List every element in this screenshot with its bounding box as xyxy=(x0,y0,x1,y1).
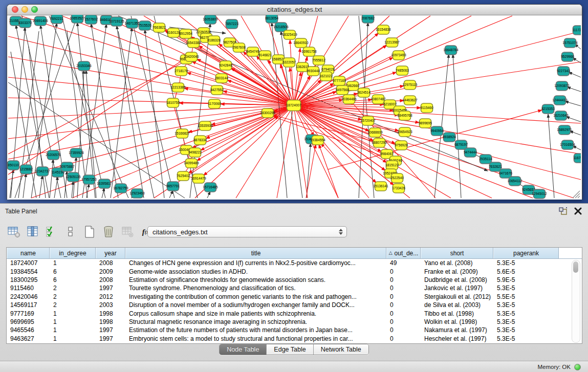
graph-node[interactable]: 15751074 xyxy=(562,38,578,48)
graph-node[interactable]: 1733426 xyxy=(392,184,405,193)
window-resize-grip[interactable] xyxy=(573,191,580,198)
graph-node[interactable]: 17957253 xyxy=(81,175,97,184)
graph-node[interactable]: 10719135 xyxy=(109,17,124,26)
graph-node[interactable]: 2967608 xyxy=(232,43,246,52)
graph-node[interactable]: 1215682 xyxy=(19,165,33,174)
graph-node[interactable]: 7485063 xyxy=(396,66,409,75)
graph-node[interactable]: 16154838 xyxy=(376,25,391,34)
graph-node[interactable]: 7515526 xyxy=(138,21,151,30)
table-select-dropdown[interactable]: citations_edges.txt xyxy=(147,226,347,237)
graph-node[interactable]: 9777169 xyxy=(333,76,346,85)
graph-node[interactable]: 1167533 xyxy=(573,154,581,163)
graph-node[interactable]: 7625402 xyxy=(177,171,190,181)
graph-node[interactable]: 9115460 xyxy=(420,103,433,113)
graph-node[interactable]: 2803144 xyxy=(215,74,228,83)
table-vertical-scrollbar[interactable] xyxy=(572,260,580,343)
graph-node[interactable]: 850110 xyxy=(8,161,19,170)
graph-node[interactable]: 17016504 xyxy=(560,140,575,149)
graph-node[interactable]: 1527602 xyxy=(84,15,98,24)
graph-node[interactable]: 19384554 xyxy=(310,136,325,145)
graph-node[interactable]: 20691406 xyxy=(33,16,48,26)
graph-node[interactable]: 2522540 xyxy=(390,173,404,183)
table-row[interactable]: 2242004622012Investigating the contribut… xyxy=(7,293,582,301)
graph-node[interactable]: 8878334 xyxy=(193,136,207,145)
graph-node[interactable]: 9146821 xyxy=(258,51,272,60)
graph-node[interactable]: 9474444 xyxy=(464,148,477,157)
graph-node[interactable]: 9899695 xyxy=(419,119,432,128)
graph-node[interactable]: 15716485 xyxy=(203,183,218,192)
close-panel-icon[interactable] xyxy=(574,207,582,215)
table-row[interactable]: 946554611997Estimation of the future num… xyxy=(7,326,582,334)
graph-node[interactable]: 14463627 xyxy=(402,96,418,105)
graph-node[interactable]: 8303370 xyxy=(18,18,32,28)
graph-node[interactable]: 8813054 xyxy=(265,15,278,23)
graph-node[interactable]: 8912954 xyxy=(179,29,192,38)
graph-node[interactable]: 1117204 xyxy=(573,26,581,35)
graph-node[interactable]: 20364486 xyxy=(341,95,357,104)
tab-network-table[interactable]: Network Table xyxy=(314,344,368,355)
table-row[interactable]: 969969511998Structural magnetic resonanc… xyxy=(7,318,582,326)
tab-node-table[interactable]: Node Table xyxy=(220,344,267,355)
graph-node[interactable]: 16961758 xyxy=(301,47,317,56)
column-header-pagerank[interactable]: pagerank xyxy=(493,248,559,258)
graph-node[interactable]: 9227343 xyxy=(557,67,570,76)
graph-node[interactable]: 17359928 xyxy=(69,148,84,158)
select-all-check-button[interactable] xyxy=(45,225,58,238)
graph-node[interactable]: 7857223 xyxy=(225,19,238,29)
column-header-name[interactable]: name xyxy=(7,248,50,258)
graph-node[interactable]: 16648784 xyxy=(443,46,459,55)
graph-node[interactable]: 15166827 xyxy=(175,129,190,138)
graph-node[interactable]: 16053809 xyxy=(203,15,218,24)
graph-node[interactable]: 3624514 xyxy=(357,88,371,97)
graph-node[interactable]: 2087682 xyxy=(361,15,375,23)
graph-node[interactable]: 16395817 xyxy=(97,179,112,188)
graph-node[interactable]: 7692231 xyxy=(50,15,63,24)
graph-node[interactable]: 8160128 xyxy=(167,28,180,37)
graph-node[interactable]: 12342737 xyxy=(35,167,50,176)
graph-node[interactable]: 18724007 xyxy=(286,100,301,111)
column-header-title[interactable]: title xyxy=(125,248,386,258)
graph-node[interactable]: 16210643 xyxy=(553,111,569,120)
graph-node[interactable]: 9857791 xyxy=(166,182,180,191)
delete-table-button[interactable] xyxy=(102,225,115,238)
graph-node[interactable]: 16914479 xyxy=(191,174,206,183)
graph-node[interactable]: 10688609 xyxy=(367,128,383,137)
table-row[interactable]: 1938455462009Genome-wide association stu… xyxy=(7,267,582,275)
graph-node[interactable]: 30975887 xyxy=(59,162,75,171)
graph-node[interactable]: 20206576 xyxy=(46,150,61,160)
graph-node[interactable]: 12444413 xyxy=(552,96,568,105)
table-row[interactable]: 1872400712008Changes of HCN gene express… xyxy=(7,259,582,267)
float-panel-icon[interactable] xyxy=(558,207,568,215)
graph-node[interactable]: 9756928 xyxy=(395,141,408,150)
graph-node[interactable]: 18807293 xyxy=(372,138,387,147)
graph-node[interactable]: 15720407 xyxy=(360,116,376,125)
graph-node[interactable]: 6497568 xyxy=(336,85,349,95)
table-row[interactable]: 1830029562008Estimation of significance … xyxy=(7,276,582,284)
table-mode-button[interactable] xyxy=(7,225,20,238)
memory-status-indicator[interactable] xyxy=(574,364,581,370)
graph-node[interactable]: 12945012 xyxy=(532,189,547,199)
graph-node[interactable]: 9930448 xyxy=(307,67,320,76)
graph-node[interactable]: 15136141 xyxy=(373,182,388,191)
table-row[interactable]: 911546021997Tourette syndrome. Phenomeno… xyxy=(7,284,582,292)
graph-node[interactable]: 10973493 xyxy=(391,51,406,60)
graph-node[interactable]: 12213987 xyxy=(384,38,400,47)
graph-node[interactable]: 14671355 xyxy=(124,19,140,28)
graph-node[interactable]: 16543382 xyxy=(186,38,201,48)
graph-node[interactable]: 7663822 xyxy=(153,23,166,32)
graph-node[interactable]: 15892971 xyxy=(557,125,572,135)
graph-node[interactable]: 9940954 xyxy=(430,126,444,136)
import-table-button[interactable] xyxy=(121,225,134,238)
graph-node[interactable]: 14099489 xyxy=(184,159,199,168)
graph-node[interactable]: 8938924 xyxy=(443,133,456,142)
column-select-button[interactable] xyxy=(26,225,39,238)
column-header-in_degree[interactable]: in_degree xyxy=(50,248,96,258)
graph-node[interactable]: 9529966 xyxy=(561,52,574,61)
graph-node[interactable]: 2718176 xyxy=(175,67,188,76)
scrollbar-thumb[interactable] xyxy=(573,261,578,273)
graph-node[interactable]: 1170060 xyxy=(208,99,221,108)
graph-node[interactable]: 19654923 xyxy=(397,127,412,137)
graph-node[interactable]: 18325419 xyxy=(282,30,297,39)
graph-node[interactable]: 12975115 xyxy=(403,80,418,90)
new-table-button[interactable] xyxy=(83,225,96,238)
